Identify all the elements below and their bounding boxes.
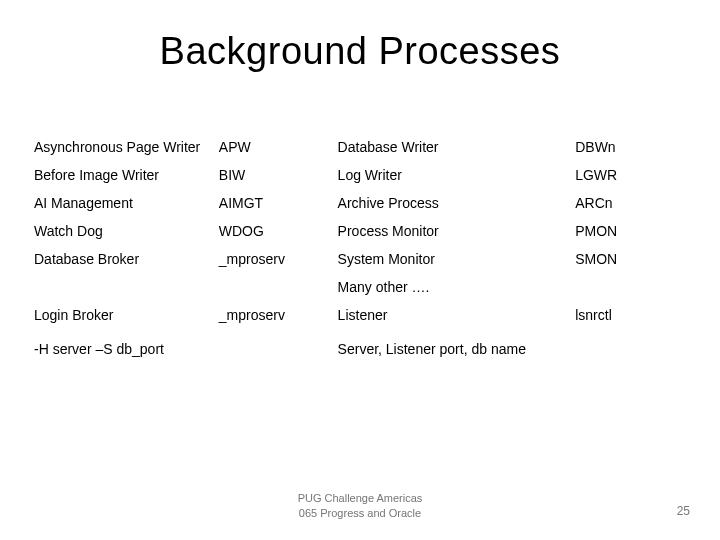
- table-row: Login Broker _mproserv Listener lsnrctl: [30, 301, 690, 329]
- process-table: Asynchronous Page Writer APW Database Wr…: [30, 133, 690, 363]
- bottom-left: -H server –S db_port: [30, 335, 334, 363]
- slide-footer: PUG Challenge Americas 065 Progress and …: [0, 491, 720, 520]
- table-row: Watch Dog WDOG Process Monitor PMON: [30, 217, 690, 245]
- table-row: Before Image Writer BIW Log Writer LGWR: [30, 161, 690, 189]
- table-row: AI Management AIMGT Archive Process ARCn: [30, 189, 690, 217]
- cell-right-name: Many other ….: [334, 273, 572, 301]
- table-row: Asynchronous Page Writer APW Database Wr…: [30, 133, 690, 161]
- cell-right-code: PMON: [571, 217, 690, 245]
- page-number: 25: [677, 504, 690, 518]
- cell-left-name: Watch Dog: [30, 217, 215, 245]
- cell-right-code: DBWn: [571, 133, 690, 161]
- bottom-right: Server, Listener port, db name: [334, 335, 690, 363]
- cell-left-name: Asynchronous Page Writer: [30, 133, 215, 161]
- cell-right-code: lsnrctl: [571, 301, 690, 329]
- footer-line1: PUG Challenge Americas: [0, 491, 720, 505]
- cell-right-code: ARCn: [571, 189, 690, 217]
- cell-left-name: Before Image Writer: [30, 161, 215, 189]
- cell-left-code: [215, 273, 334, 301]
- slide-title: Background Processes: [30, 30, 690, 73]
- table-row: Many other ….: [30, 273, 690, 301]
- cell-right-name: Listener: [334, 301, 572, 329]
- cell-right-code: LGWR: [571, 161, 690, 189]
- cell-right-name: Process Monitor: [334, 217, 572, 245]
- cell-right-code: SMON: [571, 245, 690, 273]
- cell-right-name: Database Writer: [334, 133, 572, 161]
- cell-left-name: [30, 273, 215, 301]
- cell-left-name: Database Broker: [30, 245, 215, 273]
- cell-left-code: BIW: [215, 161, 334, 189]
- cell-left-code: _mproserv: [215, 245, 334, 273]
- cell-left-name: AI Management: [30, 189, 215, 217]
- cell-right-code: [571, 273, 690, 301]
- table-row-bottom: -H server –S db_port Server, Listener po…: [30, 335, 690, 363]
- cell-left-code: AIMGT: [215, 189, 334, 217]
- cell-right-name: System Monitor: [334, 245, 572, 273]
- cell-right-name: Log Writer: [334, 161, 572, 189]
- footer-line2: 065 Progress and Oracle: [0, 506, 720, 520]
- cell-right-name: Archive Process: [334, 189, 572, 217]
- cell-left-code: WDOG: [215, 217, 334, 245]
- cell-left-code: _mproserv: [215, 301, 334, 329]
- cell-left-code: APW: [215, 133, 334, 161]
- table-row: Database Broker _mproserv System Monitor…: [30, 245, 690, 273]
- cell-left-name: Login Broker: [30, 301, 215, 329]
